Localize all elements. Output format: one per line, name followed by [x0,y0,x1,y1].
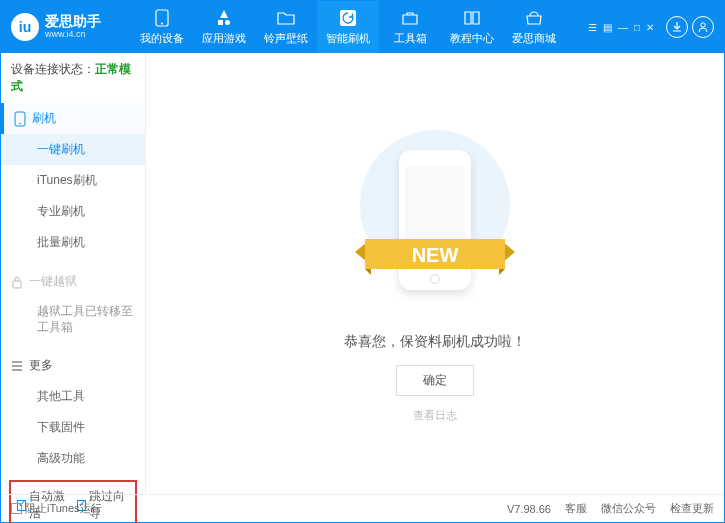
nav-toolbox[interactable]: 工具箱 [379,1,441,53]
nav-tutorials[interactable]: 教程中心 [441,1,503,53]
svg-point-5 [19,122,21,124]
jailbreak-note: 越狱工具已转移至 工具箱 [1,297,145,342]
pin-icon[interactable]: ▤ [603,22,612,33]
brand-url: www.i4.cn [45,30,101,40]
sidebar-item-download-fw[interactable]: 下载固件 [1,412,145,443]
list-icon [11,361,23,371]
close-icon[interactable]: ✕ [646,22,654,33]
download-button[interactable] [666,16,688,38]
nav-apps[interactable]: 应用游戏 [193,1,255,53]
svg-rect-6 [13,281,21,288]
apps-icon [215,9,233,27]
sidebar-item-advanced[interactable]: 高级功能 [1,443,145,474]
logo-icon: iu [11,13,39,41]
connection-status: 设备连接状态：正常模式 [1,53,145,103]
main-nav: 我的设备 应用游戏 铃声壁纸 智能刷机 工具箱 教程中心 [131,1,588,53]
phone-icon [14,111,26,127]
sidebar-item-pro-flash[interactable]: 专业刷机 [1,196,145,227]
sidebar-section-more[interactable]: 更多 [1,350,145,381]
svg-marker-12 [499,269,505,275]
window-controls: ☰ ▤ — □ ✕ [588,22,654,33]
folder-icon [277,9,295,27]
view-log-link[interactable]: 查看日志 [413,408,457,423]
success-illustration: NEW [350,125,520,315]
svg-text:NEW: NEW [412,244,459,266]
footer-link-update[interactable]: 检查更新 [670,501,714,516]
titlebar-right: ☰ ▤ — □ ✕ [588,16,714,38]
titlebar: iu 爱思助手 www.i4.cn 我的设备 应用游戏 铃声壁纸 智能刷机 [1,1,724,53]
app-window: iu 爱思助手 www.i4.cn 我的设备 应用游戏 铃声壁纸 智能刷机 [0,0,725,523]
version-label: V7.98.66 [507,503,551,515]
nav-ringtones[interactable]: 铃声壁纸 [255,1,317,53]
maximize-icon[interactable]: □ [634,22,640,33]
svg-point-3 [701,23,705,27]
menu-icon[interactable]: ☰ [588,22,597,33]
book-icon [463,9,481,27]
minimize-icon[interactable]: — [618,22,628,33]
nav-smart-flash[interactable]: 智能刷机 [317,1,379,53]
store-icon [525,9,543,27]
footer-links: 客服 微信公众号 检查更新 [565,501,714,516]
sidebar-item-batch-flash[interactable]: 批量刷机 [1,227,145,258]
sidebar-item-oneclick-flash[interactable]: 一键刷机 [1,134,145,165]
nav-store[interactable]: 爱思商城 [503,1,565,53]
svg-point-1 [161,22,163,24]
success-message: 恭喜您，保资料刷机成功啦！ [344,333,526,351]
main-panel: NEW 恭喜您，保资料刷机成功啦！ 确定 查看日志 [146,53,724,494]
footer: 阻止iTunes运行 V7.98.66 客服 微信公众号 检查更新 [1,494,724,522]
sidebar-section-flash[interactable]: 刷机 [1,103,145,134]
sidebar-item-other-tools[interactable]: 其他工具 [1,381,145,412]
ok-button[interactable]: 确定 [396,365,474,396]
footer-link-wechat[interactable]: 微信公众号 [601,501,656,516]
brand-name: 爱思助手 [45,14,101,29]
logo: iu 爱思助手 www.i4.cn [11,13,131,41]
body: 设备连接状态：正常模式 刷机 一键刷机 iTunes刷机 专业刷机 批量刷机 一… [1,53,724,494]
lock-icon [11,275,23,289]
sidebar-item-itunes-flash[interactable]: iTunes刷机 [1,165,145,196]
new-ribbon: NEW [355,234,515,280]
user-button[interactable] [692,16,714,38]
svg-marker-11 [365,269,371,275]
nav-my-device[interactable]: 我的设备 [131,1,193,53]
refresh-icon [339,9,357,27]
phone-icon [153,9,171,27]
sidebar: 设备连接状态：正常模式 刷机 一键刷机 iTunes刷机 专业刷机 批量刷机 一… [1,53,146,494]
footer-link-support[interactable]: 客服 [565,501,587,516]
sidebar-section-jailbreak[interactable]: 一键越狱 [1,266,145,297]
toolbox-icon [401,9,419,27]
